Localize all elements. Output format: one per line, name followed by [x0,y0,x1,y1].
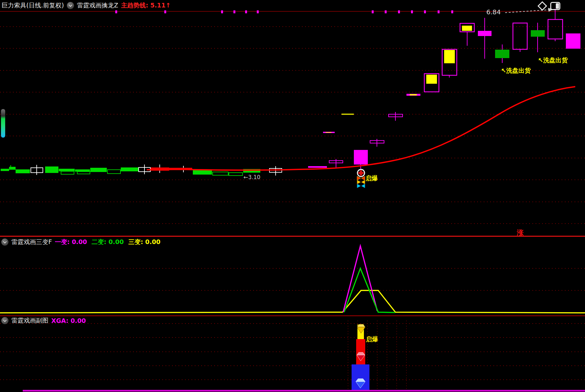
main-indicator-title: 雷霆戏画擒龙Z [77,1,118,10]
rise-label: 涨 [517,229,524,237]
sub-panel-fields: XGA: 0.00 [51,317,90,324]
top-signal-dots [115,10,453,13]
tri-panel-fields: 一变: 0.00二变: 0.00三变: 0.00 [55,238,165,246]
price-high-label: 6.84 [486,8,501,16]
grid-tri [0,268,585,290]
wash-signal-label: ↖洗盘出货 [501,67,531,74]
collapse-sub-icon[interactable] [1,317,8,324]
left-gauge [1,109,5,138]
tri-panel-header: 雷霆戏画三变F 一变: 0.00二变: 0.00三变: 0.00 [1,238,165,246]
trend-line-value: 主趋势线: 5.11↑ [121,1,171,10]
stock-chart-app: 6.84←3.10↖洗盘出货↖洗盘出货启爆启爆涨 巨力索具(日线.前复权) 雷霆… [0,0,585,392]
chart-canvas[interactable]: 6.84←3.10↖洗盘出货↖洗盘出货启爆启爆涨 [0,0,585,392]
price-low-label: ←3.10 [243,174,260,180]
ignite-label-sub: 启爆 [366,336,378,343]
indicator-field: 三变: 0.00 [128,238,160,246]
indicator-field: 二变: 0.00 [92,238,124,246]
indicator-field: XGA: 0.00 [51,317,86,324]
tri-indicator-lines [0,246,585,313]
chart-title-bar: 巨力索具(日线.前复权) 雷霆戏画擒龙Z 主趋势线: 5.11↑ [2,1,171,10]
sub-panel-header: 雷霆戏画副图 XGA: 0.00 [1,316,90,325]
symbol-title: 巨力索具(日线.前复权) [2,1,64,10]
collapse-tri-icon[interactable] [1,239,8,246]
tri-panel-title: 雷霆戏画三变F [11,238,52,246]
annotations: 6.84←3.10↖洗盘出货↖洗盘出货启爆启爆涨 [243,8,568,343]
ignite-label-main: 启爆 [365,175,378,182]
sub-panel-title: 雷霆戏画副图 [11,316,48,325]
right-candles [308,9,580,169]
indicator-field: 一变: 0.00 [55,238,87,246]
grid-sub [0,324,585,380]
signal-markers [357,169,365,188]
collapse-main-icon[interactable] [67,2,74,9]
wash-signal-label: ↖洗盘出货 [538,56,568,64]
panel-layout-icon[interactable] [550,2,560,10]
